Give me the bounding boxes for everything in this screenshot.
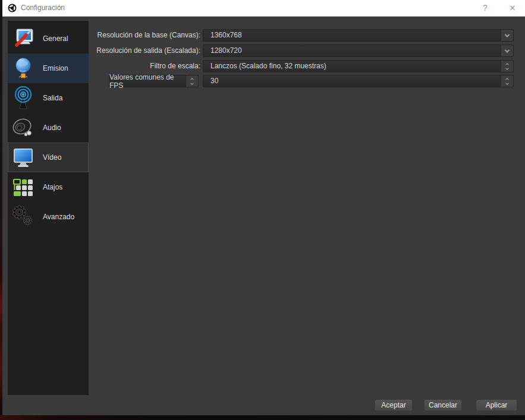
sidebar-item-general[interactable]: General — [8, 24, 89, 53]
gears-icon: ⚙ ⚙ — [10, 203, 36, 230]
sidebar-item-emision[interactable]: Emision — [8, 53, 89, 83]
monitor-icon — [11, 146, 35, 169]
output-resolution-value: 1280x720 — [210, 45, 513, 56]
screen: Configuración ? ✕ — [0, 0, 525, 420]
output-resolution-combobox[interactable]: 1280x720 — [203, 45, 514, 57]
sidebar-item-video[interactable]: Vídeo — [8, 143, 89, 172]
scale-filter-value: Lanczos (Scalado fino, 32 muestras) — [210, 61, 513, 72]
fps-type-combobox[interactable]: Valores comunes de FPS — [109, 75, 199, 87]
sidebar-item-salida[interactable]: Salida — [8, 83, 89, 113]
apply-button[interactable]: Aplicar — [476, 399, 517, 411]
dialog-body: General Emision — [2, 17, 525, 415]
background-app-bottom-sliver — [0, 415, 525, 420]
output-resolution-label: Resolución de salida (Escalada): — [92, 45, 200, 57]
sidebar-item-audio[interactable]: Audio — [8, 113, 89, 143]
spinner-up-down-icon[interactable] — [186, 75, 198, 87]
sidebar-item-label: Avanzado — [43, 213, 74, 221]
sidebar-item-label: Vídeo — [43, 153, 61, 162]
fps-value-combobox[interactable]: 30 — [203, 75, 514, 87]
close-icon[interactable]: ✕ — [504, 0, 521, 16]
accept-button[interactable]: Aceptar — [375, 399, 413, 411]
keyboard-icon — [11, 175, 35, 199]
titlebar[interactable]: Configuración ? ✕ — [2, 0, 525, 17]
canvas-resolution-combobox[interactable]: 1360x768 — [203, 29, 514, 42]
chevron-down-icon[interactable] — [501, 45, 513, 56]
help-button[interactable]: ? — [476, 0, 494, 16]
canvas-resolution-value: 1360x768 — [210, 30, 513, 41]
canvas-resolution-label: Resolución de la base (Canvas): — [92, 29, 200, 42]
chevron-down-icon[interactable] — [501, 30, 513, 41]
sidebar-item-atajos[interactable]: Atajos — [8, 172, 89, 202]
spinner-up-down-icon[interactable] — [501, 61, 513, 72]
cancel-button[interactable]: Cancelar — [424, 399, 462, 411]
settings-dialog: Configuración ? ✕ — [2, 0, 525, 415]
window-title: Configuración — [21, 0, 65, 16]
fps-value: 30 — [210, 75, 513, 87]
scale-filter-label: Filtro de escala: — [92, 60, 200, 72]
spinner-up-down-icon[interactable] — [501, 75, 513, 87]
sidebar-item-avanzado[interactable]: ⚙ ⚙ Avanzado — [8, 202, 89, 232]
sidebar-item-label: Audio — [43, 124, 61, 132]
sidebar-item-label: Salida — [43, 94, 62, 102]
sidebar-item-label: Atajos — [43, 183, 62, 191]
settings-nav-list: General Emision — [8, 21, 89, 395]
globe-network-icon — [11, 56, 35, 80]
fps-type-label: Valores comunes de FPS — [109, 73, 198, 90]
speaker-icon — [11, 116, 35, 140]
sidebar-item-label: Emision — [43, 64, 68, 72]
monitor-tools-icon — [11, 27, 35, 50]
obs-logo-icon — [8, 4, 17, 12]
scale-filter-combobox[interactable]: Lanczos (Scalado fino, 32 muestras) — [203, 60, 514, 72]
broadcast-antenna-icon — [11, 86, 35, 110]
sidebar-item-label: General — [43, 34, 68, 43]
